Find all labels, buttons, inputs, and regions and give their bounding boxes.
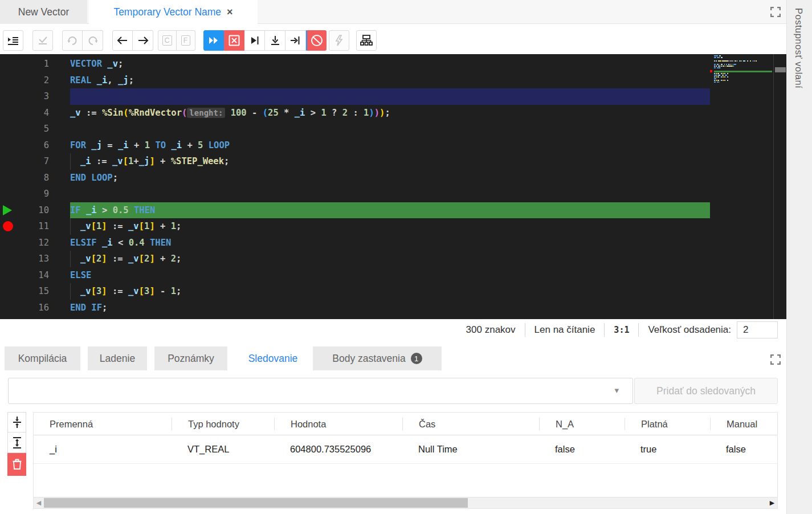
code-line-7[interactable]: 7_i := _v[1+_j] + %STEP_Week; xyxy=(0,153,773,170)
line-number[interactable]: 16 xyxy=(0,300,49,316)
code-line-14[interactable]: 14ELSE xyxy=(0,267,773,284)
debug-stop-button[interactable] xyxy=(224,30,244,51)
code-line-16[interactable]: 16END IF; xyxy=(0,300,773,316)
panel-tab-label: Sledovanie xyxy=(248,353,298,365)
code-line-10[interactable]: 10IF _i > 0.5 THEN xyxy=(0,202,773,219)
copy-structure-c-button: C xyxy=(158,30,177,51)
line-number[interactable]: 13 xyxy=(0,251,49,267)
delete-watch-button[interactable] xyxy=(7,453,26,476)
watch-table-header: PremennáTyp hodnotyHodnotaČasN_APlatnáMa… xyxy=(34,413,777,435)
code-text: ELSIF _i < 0.4 THEN xyxy=(70,235,710,251)
expand-editor-icon[interactable] xyxy=(770,7,781,17)
panel-tab-kompil-cia[interactable]: Kompilácia xyxy=(5,346,80,370)
navigate-back-button[interactable] xyxy=(112,30,133,51)
indent-size-input[interactable] xyxy=(737,321,778,338)
table-cell: Null Time xyxy=(402,444,539,455)
panel-tab-body-zastavenia[interactable]: Body zastavenia1 xyxy=(313,346,442,370)
code-text: VECTOR _v; xyxy=(70,56,710,72)
code-line-5[interactable]: 5 xyxy=(0,121,773,137)
watch-table-toolbar xyxy=(7,412,26,476)
call-sequence-strip[interactable]: Postupnosť volaní xyxy=(786,0,812,514)
table-row[interactable]: _iVT_REAL604800.735525096Null Timefalset… xyxy=(34,435,777,464)
line-number[interactable]: 8 xyxy=(0,170,49,186)
indent-guide xyxy=(70,283,80,300)
minimap[interactable] xyxy=(714,55,772,80)
panel-tab-label: Ladenie xyxy=(100,353,135,365)
watch-expression-combobox[interactable]: ▾ xyxy=(8,378,633,404)
c-box-icon: C xyxy=(162,35,173,46)
tab-temporary-vector[interactable]: Temporary Vector Name × xyxy=(89,0,258,25)
code-line-8[interactable]: 8END LOOP; xyxy=(0,170,773,186)
stop-x-icon xyxy=(228,35,240,46)
call-hierarchy-button[interactable] xyxy=(356,30,377,51)
table-scrollbar-thumb[interactable] xyxy=(44,498,468,508)
debug-abort-button[interactable] xyxy=(306,30,327,51)
top-tab-bar: New Vector Temporary Vector Name × xyxy=(0,0,786,24)
column-header-n_a[interactable]: N_A xyxy=(539,418,625,430)
arrow-right-icon xyxy=(137,36,149,45)
scroll-left-arrow-icon[interactable]: ◀ xyxy=(34,497,44,508)
expand-panel-icon[interactable] xyxy=(770,354,781,365)
add-to-watch-button[interactable]: Pridať do sledovaných xyxy=(634,378,778,404)
redo-button xyxy=(83,30,103,51)
collapse-rows-button[interactable] xyxy=(7,412,26,433)
navigate-forward-button[interactable] xyxy=(133,30,153,51)
format-code-button[interactable] xyxy=(3,30,23,51)
line-number[interactable]: 7 xyxy=(0,153,49,170)
code-line-12[interactable]: 12ELSIF _i < 0.4 THEN xyxy=(0,235,773,251)
code-line-1[interactable]: 1VECTOR _v; xyxy=(0,56,773,72)
editor-scrollbar-thumb[interactable] xyxy=(775,67,786,72)
code-line-11[interactable]: 11_v[1] := _v[1] + 1; xyxy=(0,218,773,235)
code-text: IF _i > 0.5 THEN xyxy=(70,202,710,219)
code-lines: 1VECTOR _v;2REAL _i, _j;34_v := %Sin(%Rn… xyxy=(0,56,773,316)
line-number[interactable]: 3 xyxy=(0,88,49,105)
code-text: _v[2] := _v[2] + 2; xyxy=(70,251,710,267)
line-number[interactable]: 9 xyxy=(0,186,49,202)
column-header--as[interactable]: Čas xyxy=(402,418,539,430)
app-window: New Vector Temporary Vector Name × xyxy=(0,0,812,514)
execution-pointer-icon[interactable] xyxy=(3,205,12,215)
breakpoint-count-badge: 1 xyxy=(411,353,422,364)
tab-new-vector[interactable]: New Vector xyxy=(0,0,87,24)
line-number[interactable]: 4 xyxy=(0,105,49,121)
line-number[interactable]: 14 xyxy=(0,267,49,284)
line-number[interactable]: 1 xyxy=(0,56,49,72)
column-header-platn-[interactable]: Platná xyxy=(625,418,710,430)
divider xyxy=(604,323,605,337)
code-text: END LOOP; xyxy=(70,170,710,186)
code-line-3[interactable]: 3 xyxy=(0,88,773,105)
code-line-6[interactable]: 6FOR _j = _i + 1 TO _i + 5 LOOP xyxy=(0,137,773,154)
step-into-button[interactable] xyxy=(265,30,285,51)
debug-continue-button[interactable] xyxy=(203,30,224,51)
chevron-down-icon[interactable]: ▾ xyxy=(614,385,619,395)
editor-vertical-scrollbar[interactable] xyxy=(773,54,786,319)
column-header-premenn-[interactable]: Premenná xyxy=(34,418,172,430)
panel-tab-ladenie[interactable]: Ladenie xyxy=(88,346,147,370)
column-header-manual[interactable]: Manual xyxy=(710,418,778,430)
code-line-2[interactable]: 2REAL _i, _j; xyxy=(0,72,773,89)
expand-rows-button[interactable] xyxy=(7,433,26,453)
line-number[interactable]: 2 xyxy=(0,72,49,89)
code-editor[interactable]: 1VECTOR _v;2REAL _i, _j;34_v := %Sin(%Rn… xyxy=(0,54,786,319)
line-number[interactable]: 12 xyxy=(0,235,49,251)
line-number[interactable]: 15 xyxy=(0,283,49,300)
table-horizontal-scrollbar[interactable]: ◀ ▶ xyxy=(34,497,777,508)
trash-icon xyxy=(13,459,22,470)
step-over-button[interactable] xyxy=(244,30,265,51)
code-line-4[interactable]: 4_v := %Sin(%RndVector(lenght: 100 - (25… xyxy=(0,105,773,121)
line-number[interactable]: 6 xyxy=(0,137,49,154)
code-line-9[interactable]: 9 xyxy=(0,186,773,202)
line-number[interactable]: 5 xyxy=(0,121,49,137)
code-line-13[interactable]: 13_v[2] := _v[2] + 2; xyxy=(0,251,773,267)
close-tab-icon[interactable]: × xyxy=(227,6,233,18)
code-line-15[interactable]: 15_v[3] := _v[3] - 1; xyxy=(0,283,773,300)
code-text xyxy=(70,186,710,202)
column-header-typ-hodnoty[interactable]: Typ hodnoty xyxy=(172,418,274,430)
step-out-button[interactable] xyxy=(285,30,306,51)
panel-tab-pozn-mky[interactable]: Poznámky xyxy=(154,346,227,370)
column-header-hodnota[interactable]: Hodnota xyxy=(274,418,402,430)
breakpoint-icon[interactable] xyxy=(3,221,13,231)
table-cell: VT_REAL xyxy=(172,444,274,455)
scroll-right-arrow-icon[interactable]: ▶ xyxy=(767,497,777,508)
panel-tab-sledovanie[interactable]: Sledovanie xyxy=(235,346,311,370)
